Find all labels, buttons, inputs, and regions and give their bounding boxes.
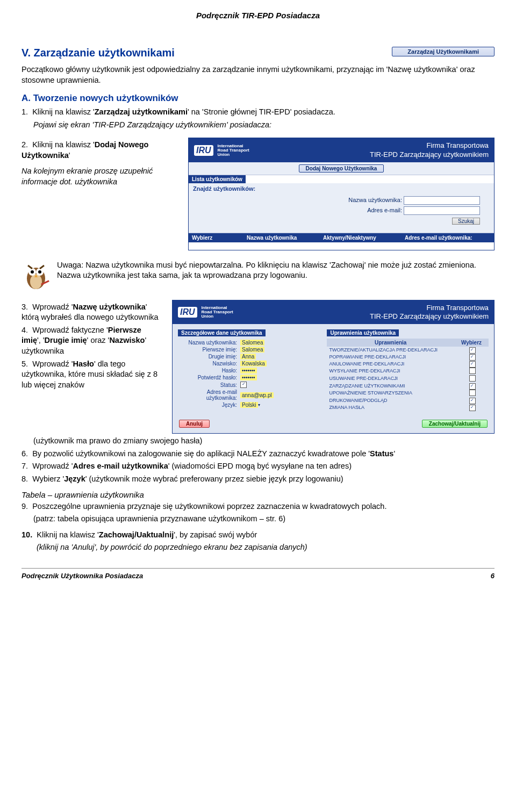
cancel-button[interactable]: Anuluj bbox=[179, 420, 210, 428]
th-active: Aktywny/Nieaktywny bbox=[320, 233, 402, 242]
permission-checkbox[interactable]: ✓ bbox=[469, 405, 476, 411]
manage-users-button[interactable]: Zarządzaj Użytkownikami bbox=[392, 47, 494, 56]
permission-row: USUWANIE PRE-DEKLARACJI bbox=[327, 375, 489, 383]
permission-row: DRUKOWANIE/PODGLĄD✓ bbox=[327, 397, 489, 404]
step-1-result: Pojawi się ekran 'TIR-EPD Zarządzający u… bbox=[22, 120, 494, 131]
step-1: 1. Kliknij na klawisz 'Zarządzaj użytkow… bbox=[22, 107, 494, 118]
iru-user-manager-screenshot-1: IRU International Road Transport Union F… bbox=[188, 138, 494, 250]
permission-label: ANULOWANIE PRE-DEKLARACJI bbox=[327, 361, 456, 368]
user-permissions-tag: Uprawnienia użytkownika bbox=[327, 329, 399, 336]
permission-row: ZMIANA HASŁA✓ bbox=[327, 404, 489, 411]
permission-row: WYSYŁANIE PRE-DEKLARACJI bbox=[327, 368, 489, 375]
permission-label: ZMIANA HASŁA bbox=[327, 404, 456, 411]
footer-left: Podręcznik Użytkownika Posiadacza bbox=[22, 572, 143, 580]
step-9-paren: (patrz: tabela opisująca uprawnienia prz… bbox=[22, 514, 494, 524]
permission-checkbox[interactable]: ✓ bbox=[469, 383, 476, 390]
step-4: 4. Wprowadź faktyczne 'Pierwsze imię', '… bbox=[22, 325, 161, 357]
permission-checkbox[interactable] bbox=[469, 390, 476, 396]
iru-logo: IRU bbox=[178, 307, 197, 318]
iru-screen-subtitle: TIR-EPD Zarządzający użytkownikiem bbox=[370, 150, 489, 159]
step-9: 9. Poszczególne uprawnienia przyznaje si… bbox=[22, 501, 494, 512]
user-list-label: Lista użytkowników bbox=[189, 175, 246, 183]
permission-checkbox[interactable] bbox=[469, 375, 476, 382]
step-7: 7. Wprowadź 'Adres e-mail użytkownika' (… bbox=[22, 461, 494, 472]
permission-row: UPOWAŻNIENIE STOWARZYSZENIA bbox=[327, 390, 489, 397]
iru-user-manager-screenshot-2: IRU International Road Transport Union F… bbox=[172, 300, 494, 434]
username-field[interactable]: Salomea bbox=[240, 340, 264, 346]
permission-checkbox[interactable]: ✓ bbox=[469, 361, 476, 368]
th-username: Nazwa użytkownika bbox=[243, 233, 320, 242]
permission-label: POPRAWIANIE PRE-DEKLARACJI bbox=[327, 354, 456, 361]
user-details-tag: Szczegółowe dane użytkownika bbox=[178, 329, 266, 336]
step-5: 5. Wprowadź 'Hasło' dla tego użytkownika… bbox=[22, 359, 161, 391]
permission-checkbox[interactable] bbox=[469, 368, 476, 374]
footer-page-number: 6 bbox=[491, 572, 494, 580]
email-search-label: Adres e-mail: bbox=[367, 207, 402, 213]
step-10: 10. Kliknij na klawisz 'Zachowaj/Uaktual… bbox=[22, 530, 494, 541]
iru-logo: IRU bbox=[194, 145, 213, 156]
page-header-title: Podręcznik TIR-EPD Posiadacza bbox=[22, 11, 494, 20]
firstname-field[interactable]: Salomea bbox=[240, 347, 264, 353]
email-search-input[interactable] bbox=[404, 206, 480, 215]
iru-firm-name: Firma Transportowa bbox=[426, 141, 489, 149]
step-2-after: Na kolejnym ekranie proszę uzupełnić inf… bbox=[22, 166, 177, 187]
lastname-field[interactable]: Kowalska bbox=[240, 361, 267, 367]
permission-label: WYSYŁANIE PRE-DEKLARACJI bbox=[327, 368, 456, 375]
note-text: Uwaga: Nazwa użytkownika musi być niepow… bbox=[57, 260, 494, 281]
permissions-table-heading: Tabela – uprawnienia użytkownika bbox=[22, 490, 494, 499]
password-field[interactable]: ••••••• bbox=[240, 368, 257, 373]
permission-row: ZARZĄDZANIE UŻYTKOWNIKAMI✓ bbox=[327, 383, 489, 390]
permission-label: DRUKOWANIE/PODGLĄD bbox=[327, 397, 456, 404]
th-select: Wybierz bbox=[189, 233, 243, 242]
step-10-paren: (kliknij na 'Anuluj', by powrócić do pop… bbox=[22, 542, 494, 553]
owl-icon bbox=[22, 260, 51, 292]
secondname-field[interactable]: Anna bbox=[240, 354, 256, 360]
step-3: 3. Wprowadź 'Nazwę użytkownika' którą wy… bbox=[22, 302, 161, 323]
permission-row: POPRAWIANIE PRE-DEKLARACJI✓ bbox=[327, 354, 489, 361]
permission-label: USUWANIE PRE-DEKLARACJI bbox=[327, 375, 456, 383]
permission-row: TWORZENIE/AKTUALIZACJA PRE-DEKLARACJI✓ bbox=[327, 347, 489, 354]
th-email: Adres e-mail użytkownika: bbox=[402, 233, 494, 242]
permission-checkbox[interactable]: ✓ bbox=[469, 398, 476, 404]
status-checkbox[interactable]: ✓ bbox=[240, 382, 247, 388]
password-confirm-field[interactable]: ••••••• bbox=[240, 375, 257, 380]
step-8: 8. Wybierz 'Język' (użytkownik może wybr… bbox=[22, 474, 494, 485]
permission-label: ZARZĄDZANIE UŻYTKOWNIKAMI bbox=[327, 383, 456, 390]
permission-checkbox[interactable]: ✓ bbox=[469, 354, 476, 361]
save-update-button[interactable]: Zachowaj/Uaktualnij bbox=[422, 420, 488, 428]
svg-point-5 bbox=[38, 270, 41, 274]
permission-label: TWORZENIE/AKTUALIZACJA PRE-DEKLARACJI bbox=[327, 347, 456, 354]
add-new-user-button[interactable]: Dodaj Nowego Użytkownika bbox=[299, 164, 384, 173]
username-search-input[interactable] bbox=[404, 196, 480, 205]
step-6: 6. By pozwolić użytkownikowi na zalogowa… bbox=[22, 449, 494, 459]
language-field[interactable]: Polski bbox=[240, 402, 258, 408]
email-field[interactable]: anna@wp.pl bbox=[240, 392, 274, 398]
find-users-label: Znajdź użytkowników: bbox=[193, 185, 255, 192]
permission-row: ANULOWANIE PRE-DEKLARACJI✓ bbox=[327, 361, 489, 368]
permission-label: UPOWAŻNIENIE STOWARZYSZENIA bbox=[327, 390, 456, 397]
section-v-intro: Początkowo główny użytkownik jest odpowi… bbox=[22, 64, 494, 85]
step-2: 2. Kliknij na klawisz 'Dodaj Nowego Użyt… bbox=[22, 140, 177, 161]
username-search-label: Nazwa użytkownika: bbox=[348, 197, 402, 203]
search-button[interactable]: Szukaj bbox=[452, 218, 480, 225]
permission-checkbox[interactable]: ✓ bbox=[469, 347, 476, 354]
section-v-heading: V. Zarządzanie użytkownikami bbox=[22, 47, 381, 59]
step-5-paren: (użytkownik ma prawo do zmiany swojego h… bbox=[22, 436, 494, 447]
svg-point-4 bbox=[31, 270, 34, 274]
section-a-heading: A. Tworzenie nowych użytkowników bbox=[22, 93, 494, 104]
